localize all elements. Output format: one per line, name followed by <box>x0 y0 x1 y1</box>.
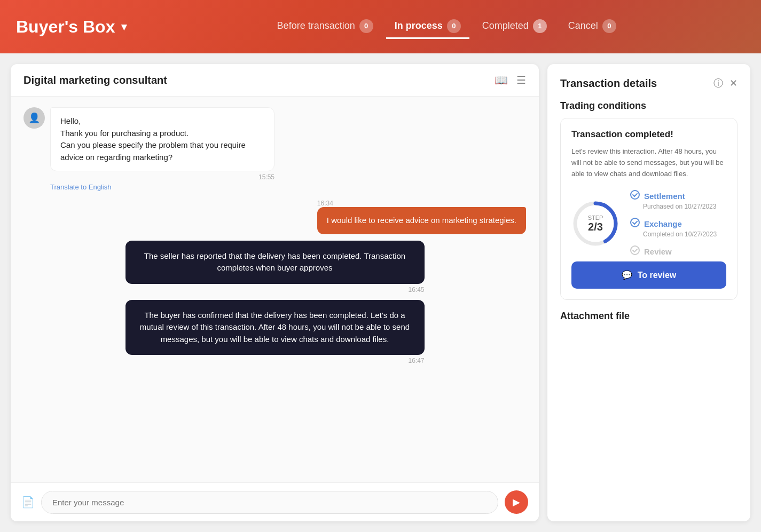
close-icon[interactable]: ✕ <box>729 77 738 89</box>
right-panel: Transaction details ⓘ ✕ Trading conditio… <box>547 64 750 521</box>
step-label: STEP <box>588 215 603 221</box>
system-message-bubble: The seller has reported that the deliver… <box>125 241 425 284</box>
chat-input-area: 📄 ▶ <box>11 482 539 521</box>
to-review-button[interactable]: 💬 To review <box>571 261 726 289</box>
step-date: Purchased on 10/27/2023 <box>643 203 717 210</box>
svg-point-3 <box>631 218 639 227</box>
book-icon[interactable]: 📖 <box>495 74 508 86</box>
trading-conditions-section: Trading conditions Transaction completed… <box>560 100 738 300</box>
right-panel-title: Transaction details <box>560 77 657 90</box>
messages-area: 👤Hello, Thank you for purchasing a produ… <box>11 97 539 482</box>
brand-chevron: ▾ <box>121 20 127 33</box>
nav-tabs: Before transaction0In process0Completed1… <box>148 15 745 39</box>
step-name: Review <box>644 247 672 256</box>
menu-icon[interactable]: ☰ <box>516 74 526 86</box>
message-time: 16:45 <box>125 286 425 293</box>
right-panel-header: Transaction details ⓘ ✕ <box>560 77 738 90</box>
step-name: Settlement <box>644 192 685 201</box>
tab-cancel[interactable]: Cancel0 <box>560 15 625 39</box>
message-time: 15:55 <box>50 173 274 181</box>
tab-inprocess[interactable]: In process0 <box>386 15 469 39</box>
trading-conditions-title: Trading conditions <box>560 100 738 112</box>
message-content: Hello, Thank you for purchasing a produc… <box>50 107 274 191</box>
chat-title: Digital marketing consultant <box>23 74 167 86</box>
tab-badge: 1 <box>533 19 547 33</box>
tab-completed[interactable]: Completed1 <box>474 15 555 39</box>
message-row: 16:34I would like to receive advice on m… <box>23 197 526 234</box>
send-button[interactable]: ▶ <box>505 490 528 514</box>
help-icon[interactable]: ⓘ <box>713 77 723 90</box>
brand-logo[interactable]: Buyer's Box ▾ <box>16 17 127 37</box>
attachment-section: Attachment file <box>560 311 738 322</box>
steps-row: STEP 2/3 SettlementPurchased on 10/27/20… <box>571 190 726 257</box>
transaction-completed-card: Transaction completed! Let's review this… <box>560 118 738 300</box>
message-bubble: I would like to receive advice on market… <box>317 207 526 234</box>
step-item-header: Exchange <box>630 218 717 229</box>
translate-link[interactable]: Translate to English <box>50 183 274 191</box>
chat-header: Digital marketing consultant 📖 ☰ <box>11 64 539 97</box>
tab-label: Completed <box>482 20 529 31</box>
tab-label: In process <box>395 20 443 31</box>
step-check-done <box>630 218 640 229</box>
main-content: Digital marketing consultant 📖 ☰ 👤Hello,… <box>0 53 761 532</box>
tab-badge: 0 <box>359 19 373 33</box>
tab-badge: 0 <box>602 19 616 33</box>
step-date: Completed on 10/27/2023 <box>643 231 717 238</box>
tx-completed-title: Transaction completed! <box>571 129 726 140</box>
message-row: 👤Hello, Thank you for purchasing a produ… <box>23 107 526 191</box>
steps-list: SettlementPurchased on 10/27/2023Exchang… <box>630 190 717 257</box>
step-number: 2/3 <box>588 221 603 233</box>
step-circle: STEP 2/3 <box>571 200 619 248</box>
system-message-wrapper: The seller has reported that the deliver… <box>23 241 526 293</box>
tab-badge: 0 <box>447 19 461 33</box>
svg-point-4 <box>631 246 639 255</box>
step-check-pending <box>630 245 640 257</box>
step-circle-inner: STEP 2/3 <box>588 215 603 233</box>
review-icon: 💬 <box>622 270 632 280</box>
step-item: ExchangeCompleted on 10/27/2023 <box>630 218 717 238</box>
message-time: 16:47 <box>125 357 425 364</box>
step-name: Exchange <box>644 219 682 228</box>
attachment-section-title: Attachment file <box>560 311 738 322</box>
step-item-header: Settlement <box>630 190 717 202</box>
tab-label: Before transaction <box>277 20 355 31</box>
attach-icon[interactable]: 📄 <box>21 496 35 509</box>
chat-panel: Digital marketing consultant 📖 ☰ 👤Hello,… <box>11 64 539 521</box>
step-check-done <box>630 190 640 202</box>
svg-point-2 <box>631 190 639 199</box>
tx-completed-desc: Let's review this interaction. After 48 … <box>571 146 726 179</box>
system-message-bubble: The buyer has confirmed that the deliver… <box>125 300 425 355</box>
step-item: SettlementPurchased on 10/27/2023 <box>630 190 717 210</box>
step-item-header: Review <box>630 245 717 257</box>
avatar: 👤 <box>23 107 45 129</box>
brand-name: Buyer's Box <box>16 17 115 37</box>
tab-before[interactable]: Before transaction0 <box>269 15 382 39</box>
to-review-label: To review <box>638 271 677 280</box>
header: Buyer's Box ▾ Before transaction0In proc… <box>0 0 761 53</box>
message-time: 16:34 <box>317 200 526 207</box>
right-panel-icons: ⓘ ✕ <box>713 77 738 90</box>
tab-label: Cancel <box>568 20 598 31</box>
chat-header-icons: 📖 ☰ <box>495 74 526 86</box>
system-message-wrapper: The buyer has confirmed that the deliver… <box>23 300 526 365</box>
message-input[interactable] <box>41 491 498 514</box>
step-item: Review <box>630 245 717 257</box>
message-content: 16:34I would like to receive advice on m… <box>317 197 526 234</box>
message-bubble: Hello, Thank you for purchasing a produc… <box>50 107 274 171</box>
